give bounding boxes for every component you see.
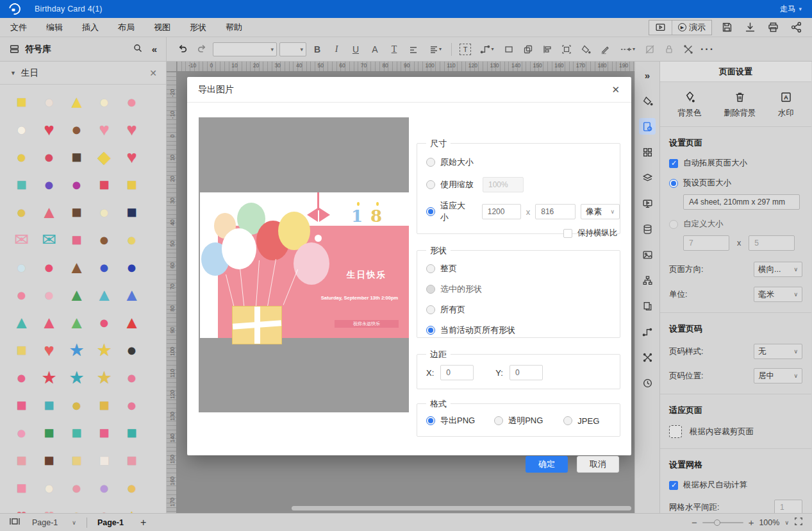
library-symbol-mustache[interactable]: ● [63,392,90,419]
undo-button[interactable] [174,41,191,58]
library-symbol-purple-cupcake[interactable]: ● [90,475,118,502]
pen-button[interactable] [597,41,613,58]
image-icon[interactable] [639,246,656,263]
all-pages-radio[interactable] [426,305,435,314]
cancel-button[interactable]: 取消 [577,456,619,473]
preset-size-radio[interactable] [669,179,678,188]
line-spacing-button[interactable]: ▾ [424,41,446,58]
library-symbol-pink-heart-gift[interactable]: ■ [90,419,118,447]
orgchart-icon[interactable] [639,272,656,289]
all-pages-option[interactable]: 所有页 [426,304,620,316]
library-symbol-pink-cupcake[interactable]: ● [63,475,90,502]
original-size-radio[interactable] [426,158,435,167]
library-symbol-champagne-flutes[interactable]: ● [90,199,118,226]
library-symbol-heart-gift-box[interactable]: ♥ [118,144,145,171]
library-symbol-bunny-face[interactable]: ● [35,88,63,116]
custom-height-input[interactable]: 5 [749,235,795,251]
library-symbol-partial-heart[interactable]: ♥ [8,502,35,513]
library-symbol-cream-cupcake[interactable]: ● [8,116,35,144]
duplicate-shape-button[interactable] [520,41,536,58]
library-symbol-green-striped-hat[interactable]: ▲ [63,309,90,337]
custom-width-input[interactable]: 7 [683,235,729,251]
collapse-right-icon[interactable]: » [639,67,656,83]
menu-item-3[interactable]: 布局 [118,22,135,33]
unit-select[interactable]: 毫米∨ [754,287,802,302]
font-size-select[interactable]: ▾ [279,42,306,56]
keep-ratio-option[interactable]: 保持横纵比 [563,228,620,239]
selected-shapes-option[interactable]: 选中的形状 [426,283,620,295]
library-symbol-partial-dot-2[interactable]: ● [90,502,118,513]
library-symbol-movie-camera[interactable]: ■ [63,199,90,226]
pageno-style-select[interactable]: 无∨ [754,344,802,359]
font-color-button[interactable]: A [367,41,383,58]
original-size-option[interactable]: 原始大小 [426,156,620,168]
library-symbol-pink-layer-cake[interactable]: ■ [8,475,35,502]
pageno-pos-select[interactable]: 居中∨ [754,368,802,384]
library-symbol-cake-stand[interactable]: ■ [63,144,90,171]
library-symbol-strawberry-cake[interactable]: ■ [118,447,145,475]
zoom-slider-knob[interactable] [714,519,720,526]
library-symbol-cherry-cupcake[interactable]: ● [118,88,145,116]
auto-expand-checkbox[interactable] [669,159,678,168]
jpeg-radio[interactable] [563,416,572,425]
library-symbol-candelabra[interactable]: ■ [63,226,90,254]
library-symbol-champagne-bottle[interactable]: ■ [118,199,145,226]
active-page-shapes-radio[interactable] [426,326,435,335]
library-symbol-pink-crown[interactable]: ■ [8,392,35,419]
bold-button[interactable]: B [309,41,326,58]
library-symbol-carnival-mask[interactable]: ● [90,254,118,282]
dialog-close-button[interactable]: ✕ [611,84,620,96]
print-button[interactable] [765,19,781,36]
library-symbol-heart-glasses[interactable]: ● [8,419,35,447]
align-shapes-button[interactable] [539,41,556,58]
library-symbol-birthday-cake-heart[interactable]: ■ [8,88,35,116]
align-button[interactable] [405,41,422,58]
library-symbol-wine-toast[interactable]: ● [35,171,63,199]
crop-page-button[interactable]: 根据内容裁剪页面 [669,425,802,438]
library-symbol-partial-star[interactable]: ▲ [118,502,145,513]
library-symbol-gold-star[interactable]: ★ [90,364,118,392]
menu-item-1[interactable]: 编辑 [46,22,63,33]
library-symbol-heart-balloons[interactable]: ♥ [118,116,145,144]
library-symbol-teal-gift[interactable]: ■ [63,419,90,447]
library-symbol-green-party-hat[interactable]: ▲ [63,282,90,309]
symbol-library-icon[interactable] [639,144,656,160]
library-symbol-partial-dot[interactable]: ● [63,502,90,513]
zoom-out-button[interactable]: − [692,517,697,528]
user-menu[interactable]: 走马 ▾ [779,4,802,15]
save-button[interactable] [718,19,735,36]
library-symbol-guitar[interactable]: ● [90,226,118,254]
library-symbol-striped-party-hat[interactable]: ▲ [90,282,118,309]
library-symbol-chocolate-donut[interactable]: ● [118,337,145,364]
library-symbol-camera[interactable]: ■ [8,171,35,199]
library-symbol-gift-box-red[interactable]: ■ [90,171,118,199]
export-png-radio[interactable] [426,416,435,425]
preset-size-input[interactable]: A4 sheet, 210mm x 297 mm [683,194,800,210]
selected-shapes-radio[interactable] [426,285,435,294]
library-symbol-teddy-bear[interactable]: ● [63,116,90,144]
group-button[interactable] [558,41,575,58]
present-button[interactable]: ▶ 演示 [672,21,711,35]
library-symbol-star-wand-gold[interactable]: ★ [90,337,118,364]
add-page-button[interactable]: + [140,517,146,528]
lock-button[interactable] [661,41,677,58]
margin-x-input[interactable]: 0 [440,365,474,380]
library-symbol-carnival-mask-2[interactable]: ● [118,254,145,282]
library-group-header[interactable]: ▼ 生日 ✕ [0,62,166,85]
active-page-shapes-option[interactable]: 当前活动页所有形状 [426,324,620,336]
margin-y-input[interactable]: 0 [510,365,543,380]
library-symbol-champagne-toast[interactable]: ● [63,171,90,199]
menu-item-4[interactable]: 视图 [154,22,170,33]
library-symbol-lemon-cocktail[interactable]: ● [118,226,145,254]
history-icon[interactable] [639,375,656,391]
whole-page-radio[interactable] [426,264,435,273]
zoom-dropdown-icon[interactable]: ∨ [784,519,789,526]
page-tab-active[interactable]: Page-1 [97,518,124,527]
grid-auto-row[interactable]: 根据标尺自动计算 [669,480,802,491]
library-symbol-pink-party-hat[interactable]: ▲ [35,309,63,337]
library-symbol-teal-party-hat[interactable]: ▲ [8,309,35,337]
library-symbol-love-letter[interactable]: ✉ [8,226,35,254]
share-button[interactable] [788,19,804,36]
close-group-icon[interactable]: ✕ [149,68,157,78]
menu-item-6[interactable]: 帮助 [226,22,242,33]
